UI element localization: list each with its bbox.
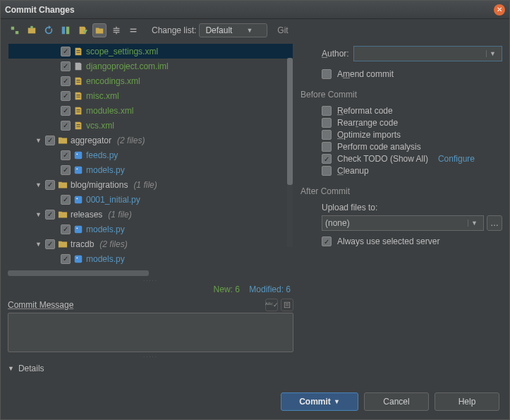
chevron-down-icon: ▼ [468,220,480,227]
diff-icon[interactable] [59,23,73,37]
tree-folder[interactable]: ▼✓tracdb(2 files) [8,236,293,251]
browse-button[interactable]: … [487,215,502,231]
file-name: releases [71,210,102,220]
author-combo[interactable]: ▼ [353,46,502,61]
change-list-select[interactable]: Default ▼ [199,23,267,37]
expander-icon[interactable]: ▼ [35,181,42,188]
checkbox[interactable]: ✓ [61,254,71,264]
checkbox[interactable] [322,106,332,116]
title-bar: Commit Changes ✕ [1,1,509,19]
tree-file[interactable]: ✓models.py [8,222,293,236]
folder-icon [58,239,68,249]
change-list-value: Default [205,25,232,35]
checkbox[interactable]: ✓ [61,224,71,234]
checkbox[interactable] [322,154,332,164]
checkbox[interactable]: ✓ [61,150,71,160]
spellcheck-icon[interactable]: ᴬᴮᶜ✓ [265,299,278,311]
checkbox[interactable]: ✓ [45,210,55,220]
checkbox[interactable]: ✓ [45,239,55,249]
vcs-label: Git [277,25,288,35]
cancel-button[interactable]: Cancel [364,392,429,411]
before-commit-header: Before Commit [300,90,502,100]
checkbox[interactable]: ✓ [61,76,71,86]
resize-grip-2[interactable]: ..... [8,352,293,359]
always-checkbox[interactable] [322,236,332,246]
close-icon[interactable]: ✕ [494,4,505,16]
revert-icon[interactable] [8,23,22,37]
tree-file[interactable]: ✓vcs.xml [8,118,293,133]
tree-file[interactable]: ✓djangoproject.com.iml [8,59,293,73]
tree-folder[interactable]: ▼✓blog/migrations(1 file) [8,177,293,192]
status-bar: New: 6 Modified: 6 [8,283,293,296]
option-label: Reformat code [337,106,393,116]
tree-folder[interactable]: ▼✓releases(1 file) [8,207,293,222]
new-count: New: 6 [214,284,240,294]
history-icon[interactable] [281,299,293,311]
tree-file[interactable]: ✓0001_initial.py [8,192,293,207]
checkbox[interactable] [322,118,332,128]
tree-file[interactable]: ✓models.py [8,251,293,266]
file-name: vcs.xml [86,121,114,131]
tree-file[interactable]: ✓scope_settings.xml [8,44,293,59]
details-toggle[interactable]: ▼ Details [8,359,293,375]
xml-icon [73,121,83,131]
horizontal-scrollbar[interactable] [8,270,149,276]
checkbox[interactable]: ✓ [61,61,71,71]
expander-icon[interactable]: ▼ [35,137,42,144]
checkbox[interactable]: ✓ [61,121,71,131]
file-name: encodings.xml [86,76,140,86]
file-icon [73,61,83,71]
checkbox[interactable]: ✓ [61,91,71,101]
collapse-all-icon[interactable] [126,23,140,37]
tree-file[interactable]: ✓encodings.xml [8,73,293,88]
expand-all-icon[interactable] [109,23,123,37]
scrollbar-thumb[interactable] [287,58,293,185]
change-list-label: Change list: [152,25,196,35]
checkbox[interactable]: ✓ [61,47,71,56]
toolbar: Change list: Default ▼ Git [1,19,509,43]
py-icon [73,195,83,205]
move-icon[interactable] [25,23,39,37]
folder-icon [58,180,68,190]
configure-link[interactable]: Configure [438,154,475,164]
file-name: 0001_initial.py [86,195,140,205]
upload-combo[interactable]: (none) ▼ [322,215,484,231]
group-by-dir-icon[interactable] [92,23,107,37]
details-label: Details [18,364,44,373]
refresh-icon[interactable] [42,23,56,37]
option-label: Cleanup [337,166,369,176]
folder-icon [58,136,68,145]
file-name: models.py [86,165,125,175]
commit-button[interactable]: Commit▼ [281,392,358,411]
checkbox[interactable] [322,166,332,176]
expander-icon[interactable]: ▼ [35,241,42,248]
author-label: Author: [322,49,349,59]
resize-grip[interactable]: ..... [8,276,293,283]
tree-folder[interactable]: ▼✓aggregator(2 files) [8,133,293,148]
file-tree[interactable]: ✓scope_settings.xml✓djangoproject.com.im… [8,43,293,269]
svg-point-11 [76,257,78,258]
scrollbar-track[interactable] [287,58,293,247]
tree-file[interactable]: ✓misc.xml [8,88,293,103]
amend-checkbox[interactable] [322,69,332,79]
tree-file[interactable]: ✓modules.xml [8,103,293,118]
checkbox[interactable]: ✓ [61,165,71,175]
svg-rect-1 [66,27,69,35]
checkbox[interactable]: ✓ [45,136,55,145]
changelist-icon[interactable] [75,23,90,37]
tree-file[interactable]: ✓models.py [8,162,293,177]
file-name: feeds.py [86,150,118,160]
py-icon [73,254,83,264]
help-button[interactable]: Help [435,392,499,411]
checkbox[interactable]: ✓ [45,180,55,190]
checkbox[interactable]: ✓ [61,106,71,116]
tree-file[interactable]: ✓feeds.py [8,148,293,162]
expander-icon[interactable]: ▼ [35,211,42,218]
file-name: scope_settings.xml [86,47,158,56]
checkbox[interactable] [322,142,332,152]
checkbox[interactable] [322,130,332,140]
checkbox[interactable]: ✓ [61,195,71,205]
svg-point-7 [76,198,78,199]
commit-message-input[interactable] [8,313,293,352]
file-name: aggregator [71,136,111,145]
